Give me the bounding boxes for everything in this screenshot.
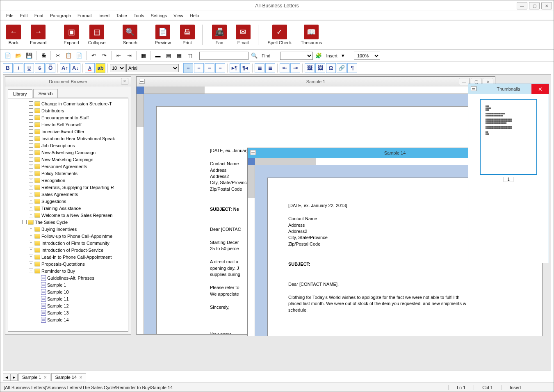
expand-icon[interactable]: + [29,101,33,106]
back-button[interactable]: ←Back [3,24,24,46]
insert-image-button[interactable]: 🖼 [305,63,315,73]
print-button[interactable]: 🖶Print [177,24,198,46]
paste-icon[interactable]: 📄 [74,51,84,61]
spellcheck-button[interactable]: ✓Spell Check [264,24,295,46]
rtl-button[interactable]: ¶◂ [240,63,250,73]
thesaurus-button[interactable]: 📖Thesaurus [297,24,325,46]
menu-font[interactable]: Font [31,12,47,19]
tree-item[interactable]: +Distributors [9,107,127,114]
menu-tools[interactable]: Tools [130,12,148,19]
menu-edit[interactable]: Edit [17,12,31,19]
align-left-button[interactable]: ≡ [183,63,193,73]
tree-item[interactable]: +Proposals-Quotations [9,260,127,267]
tree-item[interactable]: +New Advertising Campaign [9,149,127,156]
tab-close-icon[interactable]: ✕ [43,375,47,380]
expand-icon[interactable]: + [29,157,33,162]
bullets-button[interactable]: ≣ [255,63,264,73]
search-button[interactable]: 🔍Search [119,24,141,46]
tree-item[interactable]: +Lead-in to Phone Call-Appointment [9,253,127,260]
panel-close-icon[interactable]: ✕ [121,78,128,84]
insert-picture-button[interactable]: 🖼 [315,63,325,73]
expand-icon[interactable]: + [29,227,33,231]
expand-icon[interactable]: + [29,199,33,203]
library-tree[interactable]: +Change in Commission Structure-T+Distri… [8,98,128,332]
thumbnail-page[interactable]: ████████████████████████████████████████… [480,99,537,175]
new-icon[interactable]: 📄 [3,51,13,61]
bold-button[interactable]: B [3,63,13,73]
collapse-button[interactable]: ▤Collapse [85,24,109,46]
expand-icon[interactable]: + [29,122,33,127]
expand-icon[interactable]: + [29,192,33,196]
expand-icon[interactable]: + [29,255,33,259]
zoom-select[interactable]: 100% [354,52,380,60]
tree-item[interactable]: -Reminder to Buy [9,267,127,274]
tab-close-icon[interactable]: ✕ [79,375,82,380]
tree-item[interactable]: Sample 11 [9,295,127,302]
expand-icon[interactable]: + [29,164,33,169]
view2-icon[interactable]: ▤ [164,51,173,61]
menu-format[interactable]: Format [74,12,95,19]
insert-arrow-icon[interactable]: ▾ [338,51,348,61]
strike-button[interactable]: S [35,63,45,73]
menu-view[interactable]: View [170,12,187,19]
expand-icon[interactable]: + [29,248,33,252]
expand-icon[interactable]: + [29,108,33,113]
indent-left-icon[interactable]: ⇤ [114,51,123,61]
minimize-button[interactable]: — [517,2,527,9]
tree-item[interactable]: +Welcome to a New Sales Represen [9,212,127,219]
tree-item[interactable]: +Follow-up to Phone Call-Appointme [9,232,127,239]
font-shrink-button[interactable]: A↓ [71,63,80,73]
tree-item[interactable]: Sample 13 [9,309,127,316]
menu-insert[interactable]: Insert [95,12,113,19]
menu-file[interactable]: File [3,12,17,19]
tree-item[interactable]: +Introduction of Product-Service [9,246,127,253]
view1-icon[interactable]: ▬ [153,51,163,61]
tab-library[interactable]: Library [8,89,32,98]
ltr-button[interactable]: ▸¶ [230,63,239,73]
tree-item[interactable]: -The Sales Cycle [9,219,127,226]
expand-icon[interactable]: + [29,150,33,155]
tree-item[interactable]: Sample 14 [9,316,127,323]
font-family-select[interactable]: Arial [126,64,179,72]
italic-button[interactable]: I [14,63,23,73]
menu-table[interactable]: Table [113,12,130,19]
expand-icon[interactable]: + [29,171,33,175]
pilcrow-button[interactable]: ¶ [347,63,357,73]
thumbnails-close-button[interactable]: ✕ [531,84,549,94]
indent-right-icon[interactable]: ⇥ [124,51,134,61]
tree-item[interactable]: +Introduction of Firm to Community [9,239,127,246]
tree-item[interactable]: +Recognition [9,177,127,184]
tree-item[interactable]: +Change in Commission Structure-T [9,100,127,107]
tree-item[interactable]: +Personnel Agreements [9,163,127,170]
expand-icon[interactable]: + [29,136,33,141]
tree-item[interactable]: Sample 12 [9,302,127,309]
fax-button[interactable]: 📠Fax [209,24,230,46]
font-size-select[interactable]: 10 [110,64,125,72]
tree-item[interactable]: +Policy Statements [9,170,127,177]
redo-icon[interactable]: ↷ [99,51,109,61]
expand-icon[interactable]: + [29,129,33,134]
expand-button[interactable]: ▣Expand [60,24,82,46]
tab-nav-prev[interactable]: ◀ [3,374,10,381]
table-icon[interactable]: ▦ [139,51,148,61]
save-icon[interactable]: 💾 [24,51,34,61]
symbol-button[interactable]: Ω [326,63,336,73]
expand-icon[interactable]: - [29,269,33,273]
align-justify-button[interactable]: ≡ [215,63,225,73]
maximize-button[interactable]: ▢ [529,2,540,9]
view3-icon[interactable]: ▦ [174,51,184,61]
cut-icon[interactable]: ✂ [53,51,63,61]
expand-icon[interactable]: + [29,241,33,245]
tree-item[interactable]: +Buying Incentives [9,226,127,232]
insert-dropdown[interactable] [280,52,313,60]
link-button[interactable]: 🔗 [337,63,347,73]
indent-button[interactable]: ⇥ [290,63,300,73]
expand-icon[interactable]: + [29,234,33,238]
tree-item[interactable]: Guidelines-Alt. Phrases [9,274,127,281]
tab-search[interactable]: Search [33,89,58,98]
highlight-button[interactable]: ab [96,63,105,73]
font-color-button[interactable]: A [85,63,95,73]
find-input[interactable] [199,52,249,60]
expand-icon[interactable]: - [22,220,27,224]
expand-icon[interactable]: + [29,178,33,182]
